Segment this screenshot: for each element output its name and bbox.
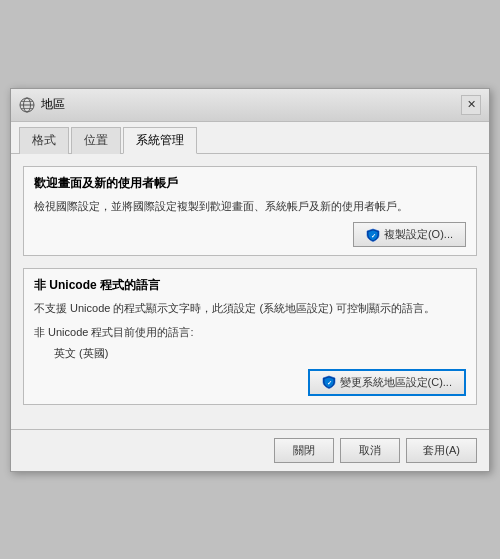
apply-button[interactable]: 套用(A) xyxy=(406,438,477,463)
shield-copy-icon: ✓ xyxy=(366,228,380,242)
unicode-current-value: 英文 (英國) xyxy=(34,346,466,361)
change-locale-button[interactable]: ✓ 變更系統地區設定(C)... xyxy=(308,369,466,396)
copy-settings-button[interactable]: ✓ 複製設定(O)... xyxy=(353,222,466,247)
globe-icon xyxy=(19,97,35,113)
footer: 關閉 取消 套用(A) xyxy=(11,429,489,471)
welcome-section-description: 檢視國際設定，並將國際設定複製到歡迎畫面、系統帳戶及新的使用者帳戶。 xyxy=(34,198,466,215)
welcome-section: 歡迎畫面及新的使用者帳戶 檢視國際設定，並將國際設定複製到歡迎畫面、系統帳戶及新… xyxy=(23,166,477,257)
cancel-button[interactable]: 取消 xyxy=(340,438,400,463)
title-bar-left: 地區 xyxy=(19,96,65,113)
unicode-section-description: 不支援 Unicode 的程式顯示文字時，此須設定 (系統地區設定) 可控制顯示… xyxy=(34,300,466,317)
svg-text:✓: ✓ xyxy=(326,380,331,386)
tab-format[interactable]: 格式 xyxy=(19,127,69,154)
unicode-section-title: 非 Unicode 程式的語言 xyxy=(34,277,466,294)
tabs-bar: 格式 位置 系統管理 xyxy=(11,122,489,154)
unicode-current-label: 非 Unicode 程式目前使用的語言: xyxy=(34,325,466,340)
svg-text:✓: ✓ xyxy=(370,232,375,238)
tab-admin[interactable]: 系統管理 xyxy=(123,127,197,154)
title-bar: 地區 ✕ xyxy=(11,89,489,122)
close-button[interactable]: ✕ xyxy=(461,95,481,115)
change-locale-label: 變更系統地區設定(C)... xyxy=(340,375,452,390)
window-title: 地區 xyxy=(41,96,65,113)
main-window: 地區 ✕ 格式 位置 系統管理 歡迎畫面及新的使用者帳戶 檢視國際設定，並將國際… xyxy=(10,88,490,472)
copy-settings-label: 複製設定(O)... xyxy=(384,227,453,242)
welcome-btn-row: ✓ 複製設定(O)... xyxy=(34,222,466,247)
tab-location[interactable]: 位置 xyxy=(71,127,121,154)
unicode-btn-row: ✓ 變更系統地區設定(C)... xyxy=(34,369,466,396)
shield-change-icon: ✓ xyxy=(322,375,336,389)
welcome-section-title: 歡迎畫面及新的使用者帳戶 xyxy=(34,175,466,192)
unicode-section: 非 Unicode 程式的語言 不支援 Unicode 的程式顯示文字時，此須設… xyxy=(23,268,477,405)
tab-content: 歡迎畫面及新的使用者帳戶 檢視國際設定，並將國際設定複製到歡迎畫面、系統帳戶及新… xyxy=(11,154,489,429)
close-footer-button[interactable]: 關閉 xyxy=(274,438,334,463)
